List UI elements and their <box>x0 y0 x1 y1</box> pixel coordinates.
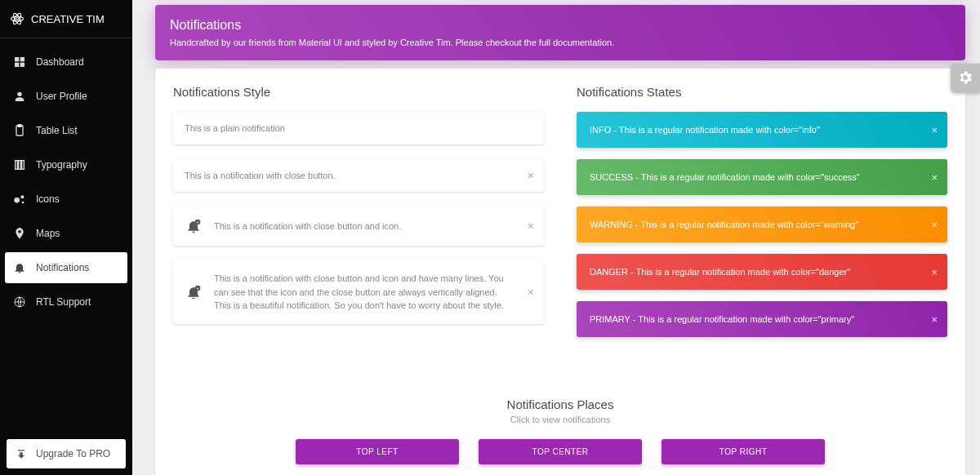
alert-info: INFO - This is a regular notification ma… <box>577 112 947 148</box>
svg-rect-13 <box>22 161 24 170</box>
bubble-icon <box>13 193 26 206</box>
svg-rect-10 <box>18 125 21 127</box>
alert-text: WARNING - This is a regular notification… <box>590 220 858 229</box>
brand[interactable]: CREATIVE TIM <box>0 0 132 38</box>
alert-danger: DANGER - This is a regular notification … <box>577 254 947 290</box>
section-title-places: Notifications Places <box>173 397 947 411</box>
notifications-style-section: Notifications Style This is a plain noti… <box>173 85 544 348</box>
sidebar-nav: Dashboard User Profile Table List Typogr… <box>0 38 132 433</box>
location-icon <box>13 227 26 240</box>
section-subtitle-places: Click to view notifications <box>173 415 947 424</box>
upgrade-pro-button[interactable]: Upgrade To PRO <box>7 439 126 468</box>
btn-top-right[interactable]: TOP RIGHT <box>662 439 825 464</box>
link-creative-tim[interactable]: Creative Tim <box>400 38 451 47</box>
brand-logo-icon <box>10 11 24 26</box>
sidebar-item-label: Dashboard <box>36 56 84 68</box>
sidebar-item-label: Maps <box>36 228 60 239</box>
sidebar-item-maps[interactable]: Maps <box>5 218 127 249</box>
svg-point-8 <box>17 92 21 96</box>
alert-text: PRIMARY - This is a regular notification… <box>590 314 854 324</box>
svg-rect-5 <box>20 57 24 61</box>
bell-icon <box>13 261 26 274</box>
btn-top-center[interactable]: TOP CENTER <box>479 439 642 464</box>
upgrade-label: Upgrade To PRO <box>36 448 110 459</box>
snack-with-close: This is a notification with close button… <box>173 159 544 192</box>
sidebar-item-rtl-support[interactable]: RTL Support <box>5 286 127 317</box>
notification-add-icon: + <box>185 218 203 234</box>
link-material-ui[interactable]: Material UI <box>299 38 342 47</box>
section-title-states: Notifications States <box>577 85 947 99</box>
svg-rect-11 <box>16 161 18 170</box>
sidebar-item-dashboard[interactable]: Dashboard <box>5 47 127 78</box>
sidebar-item-notifications[interactable]: Notifications <box>5 252 127 283</box>
library-icon <box>13 158 26 171</box>
snack-multiline: + This is a notification with close butt… <box>173 260 544 324</box>
alert-text: SUCCESS - This is a regular notification… <box>590 172 860 182</box>
gear-icon <box>957 69 973 88</box>
close-icon[interactable]: × <box>931 219 938 231</box>
sidebar-item-label: Table List <box>36 125 78 136</box>
close-icon[interactable]: × <box>528 286 534 299</box>
svg-point-15 <box>20 195 24 198</box>
page-subtitle: Handcrafted by our friends from Material… <box>170 38 951 47</box>
close-icon[interactable]: × <box>931 124 938 136</box>
dashboard-icon <box>13 55 26 69</box>
close-icon[interactable]: × <box>931 266 938 278</box>
svg-rect-7 <box>20 63 24 67</box>
svg-rect-12 <box>19 161 21 170</box>
sidebar-item-label: Typography <box>36 159 87 171</box>
svg-point-1 <box>11 16 24 21</box>
svg-point-14 <box>14 198 20 203</box>
sidebar-item-user-profile[interactable]: User Profile <box>5 81 127 112</box>
sidebar-item-label: Notifications <box>36 262 89 273</box>
sidebar-item-typography[interactable]: Typography <box>5 149 127 180</box>
alert-warning: WARNING - This is a regular notification… <box>577 206 947 242</box>
close-icon[interactable]: × <box>931 313 938 326</box>
page-header-card: Notifications Handcrafted by our friends… <box>155 5 965 60</box>
snack-text: This is a notification with close button… <box>214 221 401 231</box>
section-title-style: Notifications Style <box>173 85 544 99</box>
svg-point-16 <box>22 202 24 204</box>
person-icon <box>13 90 26 103</box>
snack-text: This is a notification with close button… <box>185 171 336 180</box>
notification-add-icon: + <box>185 284 203 300</box>
brand-name: CREATIVE TIM <box>31 13 105 25</box>
alert-success: SUCCESS - This is a regular notification… <box>577 159 947 195</box>
language-icon <box>13 295 26 309</box>
notifications-places-section: Notifications Places Click to view notif… <box>173 397 947 475</box>
notifications-states-section: Notifications States INFO - This is a re… <box>577 85 947 348</box>
clipboard-icon <box>13 124 26 137</box>
main-content: Notifications Handcrafted by our friends… <box>132 0 980 475</box>
svg-text:+: + <box>197 285 199 290</box>
svg-rect-4 <box>15 57 19 61</box>
sidebar-item-label: RTL Support <box>36 296 91 308</box>
close-icon[interactable]: × <box>528 220 534 233</box>
sidebar-item-label: User Profile <box>36 91 87 102</box>
content-card: Notifications Style This is a plain noti… <box>155 69 965 475</box>
snack-with-close-icon: + This is a notification with close butt… <box>173 206 544 246</box>
alert-primary: PRIMARY - This is a regular notification… <box>577 301 947 337</box>
sidebar-item-icons[interactable]: Icons <box>5 184 127 215</box>
svg-rect-6 <box>15 63 19 67</box>
sidebar-item-label: Icons <box>36 193 60 205</box>
page-title: Notifications <box>170 18 951 33</box>
alert-text: INFO - This is a regular notification ma… <box>590 125 820 135</box>
svg-point-0 <box>16 18 19 20</box>
alert-text: DANGER - This is a regular notification … <box>590 267 850 277</box>
sidebar-item-table-list[interactable]: Table List <box>5 115 127 146</box>
link-full-documentation[interactable]: full documentation <box>539 38 612 47</box>
settings-fab[interactable] <box>951 64 980 93</box>
snack-text: This is a plain notification <box>185 123 285 133</box>
snack-text: This is a notification with close button… <box>214 272 511 313</box>
snack-plain: This is a plain notification <box>173 112 544 144</box>
sidebar: CREATIVE TIM Dashboard User Profile Tabl… <box>0 0 132 475</box>
btn-top-left[interactable]: TOP LEFT <box>296 439 459 464</box>
close-icon[interactable]: × <box>931 171 938 184</box>
close-icon[interactable]: × <box>528 169 534 182</box>
download-icon <box>15 447 28 460</box>
svg-text:+: + <box>197 220 199 224</box>
